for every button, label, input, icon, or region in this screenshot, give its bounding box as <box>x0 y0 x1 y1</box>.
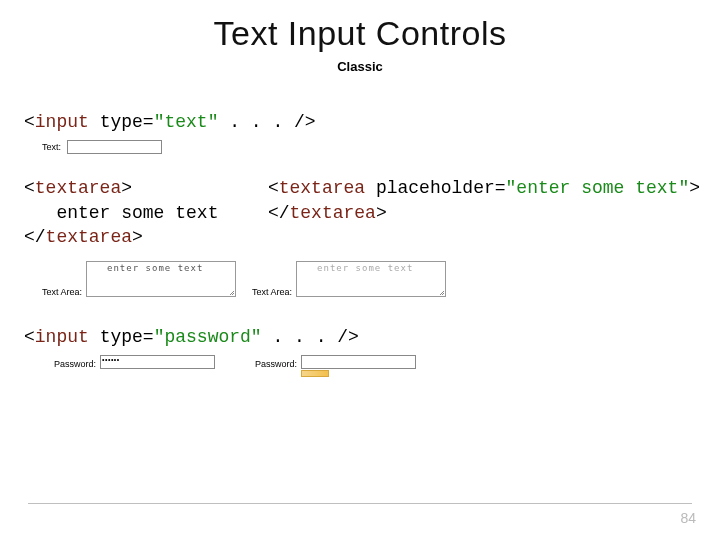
demo-input-text-row: Text: <box>42 140 700 154</box>
password-label-2: Password: <box>255 359 297 369</box>
code-input-password: <input type="password" . . . /> <box>24 325 700 349</box>
password-strength-indicator <box>301 370 329 377</box>
textarea-label-1: Text Area: <box>42 287 82 297</box>
textarea-placeholder-text: enter some text <box>317 263 413 273</box>
slide-title: Text Input Controls <box>20 14 700 53</box>
resize-handle-icon[interactable] <box>228 289 234 295</box>
demo-textarea-row: Text Area: enter some text Text Area: en… <box>42 261 700 297</box>
page-number: 84 <box>680 510 696 526</box>
text-label: Text: <box>42 142 61 152</box>
footer-divider <box>28 503 692 504</box>
password-mask-text: •••••• <box>102 356 120 363</box>
demo-password-row: Password: •••••• Password: <box>54 355 700 373</box>
text-input[interactable] <box>67 140 162 154</box>
code-textarea-left: <textarea> enter some text </textarea> <box>24 176 268 249</box>
slide: Text Input Controls Classic <input type=… <box>0 0 720 540</box>
section-textarea: <textarea> enter some text </textarea> <… <box>24 176 700 297</box>
password-label-1: Password: <box>54 359 96 369</box>
code-textarea-right: <textarea placeholder="enter some text">… <box>268 176 700 225</box>
password-input-with-hint[interactable] <box>301 355 416 369</box>
textarea-content-text: enter some text <box>107 263 203 273</box>
textarea-with-content[interactable]: enter some text <box>86 261 236 297</box>
textarea-with-placeholder[interactable]: enter some text <box>296 261 446 297</box>
code-input-text: <input type="text" . . . /> <box>24 110 700 134</box>
section-input-text: <input type="text" . . . /> Text: <box>24 110 700 154</box>
slide-subtitle: Classic <box>20 59 700 74</box>
section-password: <input type="password" . . . /> Password… <box>24 325 700 373</box>
resize-handle-icon[interactable] <box>438 289 444 295</box>
textarea-label-2: Text Area: <box>252 287 292 297</box>
